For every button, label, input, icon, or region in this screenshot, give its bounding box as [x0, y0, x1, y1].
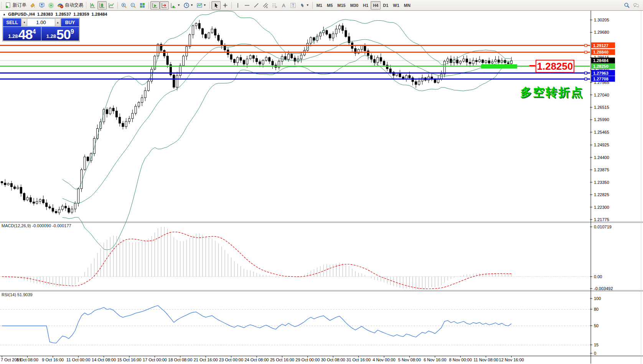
chart-canvas[interactable]: 1.302051.296801.286151.280901.275651.270… — [0, 0, 643, 364]
close-value: 1.28484 — [91, 12, 107, 16]
autotrade-label: 自动交易 — [65, 2, 83, 8]
templates-caret: ▼ — [203, 3, 206, 7]
svg-text:1.21775: 1.21775 — [594, 217, 609, 222]
svg-text:15 Oct 16:00: 15 Oct 16:00 — [117, 357, 142, 362]
svg-text:8 Nov 00:00: 8 Nov 00:00 — [449, 357, 472, 362]
sell-button[interactable]: SELL — [3, 18, 21, 26]
svg-text:0: 0 — [594, 351, 596, 356]
sell-price-box[interactable]: 1.28 48 4 — [3, 27, 41, 41]
styles-button[interactable] — [28, 1, 37, 10]
buy-button[interactable]: BUY — [61, 18, 79, 26]
volume-down-button[interactable]: ▼ — [21, 18, 27, 26]
chat-button[interactable] — [631, 1, 641, 10]
one-click-trade-panel: SELL ▼ 1.00 ▲ BUY 1.28 48 4 1.28 50 9 — [2, 18, 80, 41]
autotrade-button[interactable]: 自动交易 — [56, 1, 85, 10]
svg-text:E: E — [266, 6, 268, 8]
text-label-icon: T — [290, 2, 296, 8]
community-button[interactable] — [37, 1, 46, 10]
timeframe-w1[interactable]: W1 — [391, 1, 402, 10]
cursor-button[interactable] — [211, 1, 221, 10]
fibonacci-button[interactable]: F — [270, 1, 279, 10]
macd-label: MACD(12,26,9) -0.000090 -0.000177 — [2, 223, 71, 228]
timeframe-m15[interactable]: M15 — [335, 1, 348, 10]
svg-text:5 Nov 08:00: 5 Nov 08:00 — [398, 357, 421, 362]
svg-text:4 Nov 00:00: 4 Nov 00:00 — [373, 357, 395, 362]
timeframe-m30[interactable]: M30 — [348, 1, 361, 10]
periods-caret: ▼ — [190, 3, 193, 7]
volume-input[interactable]: 1.00 — [27, 18, 55, 26]
templates-button[interactable]: ▼ — [195, 1, 208, 10]
toolbar-separator — [117, 2, 118, 9]
crosshair-button[interactable] — [221, 1, 230, 10]
svg-text:1.24925: 1.24925 — [594, 143, 609, 147]
bollinger-bands — [63, 11, 511, 250]
paint-bucket-icon — [30, 2, 36, 8]
trendline-icon — [253, 2, 259, 8]
new-order-button[interactable]: 新订单 — [3, 1, 28, 10]
fibonacci-icon: F — [272, 2, 278, 8]
text-button[interactable]: A — [279, 1, 289, 10]
svg-text:1.28250: 1.28250 — [593, 64, 608, 69]
low-value: 1.28359 — [73, 12, 89, 16]
timeframe-d1[interactable]: D1 — [381, 1, 391, 10]
periods-button[interactable]: ▼ — [182, 1, 195, 10]
signals-button[interactable] — [46, 1, 56, 10]
buy-price-box[interactable]: 1.28 50 9 — [41, 27, 79, 41]
timeframe-m5[interactable]: M5 — [325, 1, 335, 10]
line-chart-button[interactable] — [107, 1, 116, 10]
indicators-caret: ▼ — [177, 3, 180, 7]
toolbar-separator — [148, 2, 149, 9]
chart-shift-button[interactable] — [160, 1, 169, 10]
svg-text:1.26515: 1.26515 — [594, 105, 609, 110]
new-order-icon — [5, 2, 11, 8]
autoscroll-button[interactable] — [150, 1, 160, 10]
svg-text:0.010719: 0.010719 — [594, 225, 612, 229]
rsi-line — [2, 305, 511, 343]
horizontal-line-button[interactable] — [242, 1, 252, 10]
svg-text:1.23875: 1.23875 — [594, 167, 609, 172]
svg-text:11 Nov 08:00: 11 Nov 08:00 — [473, 357, 498, 362]
collapse-triangle-icon[interactable]: ▲ — [3, 13, 6, 16]
autotrade-icon — [57, 2, 63, 8]
volume-up-button[interactable]: ▲ — [55, 18, 61, 26]
svg-text:1.27040: 1.27040 — [594, 93, 609, 97]
equidistant-channel-button[interactable]: E — [261, 1, 270, 10]
zoom-in-button[interactable] — [119, 1, 129, 10]
zoom-in-icon — [121, 2, 127, 8]
buy-price-pips: 50 — [56, 28, 71, 41]
tile-windows-button[interactable] — [138, 1, 147, 10]
svg-text:80: 80 — [594, 307, 598, 312]
svg-text:24 Oct 08:00: 24 Oct 08:00 — [245, 357, 269, 362]
price-callout-box[interactable]: 1.28250 — [536, 60, 574, 73]
svg-text:31 Oct 16:00: 31 Oct 16:00 — [346, 357, 371, 362]
svg-text:50: 50 — [594, 323, 598, 328]
indicators-button[interactable]: ▼ — [169, 1, 182, 10]
macd-layer — [0, 227, 590, 290]
bar-chart-button[interactable] — [88, 1, 97, 10]
candlestick-chart-button[interactable] — [97, 1, 107, 10]
timeframe-m1[interactable]: M1 — [314, 1, 325, 10]
arrows-icon — [299, 2, 305, 8]
zoom-out-button[interactable] — [129, 1, 138, 10]
svg-text:1.25990: 1.25990 — [594, 117, 609, 122]
svg-text:1.29127: 1.29127 — [593, 43, 608, 48]
high-value: 1.28537 — [55, 12, 71, 16]
turning-point-annotation[interactable]: 多空转折点 — [520, 85, 584, 100]
svg-text:100: 100 — [594, 296, 601, 301]
timeframe-mn[interactable]: MN — [402, 1, 413, 10]
vertical-line-button[interactable] — [233, 1, 242, 10]
svg-text:11 Oct 00:00: 11 Oct 00:00 — [66, 357, 90, 362]
svg-text:25 Oct 16:00: 25 Oct 16:00 — [270, 357, 294, 362]
rsi-label: RSI(14) 51.9039 — [2, 292, 33, 297]
shapes-caret: ▼ — [306, 3, 309, 7]
bar-chart-icon — [90, 2, 96, 8]
timeframe-h4[interactable]: H4 — [371, 1, 381, 10]
buy-price-whole: 1.28 — [46, 33, 56, 39]
trendline-button[interactable] — [252, 1, 261, 10]
shapes-button[interactable]: ▼ — [298, 1, 311, 10]
search-button[interactable] — [622, 1, 631, 10]
svg-text:1.28484: 1.28484 — [593, 58, 609, 63]
timeframe-h1[interactable]: H1 — [361, 1, 371, 10]
svg-text:18 Oct 08:00: 18 Oct 08:00 — [168, 357, 192, 362]
text-label-button[interactable]: T — [289, 1, 298, 10]
